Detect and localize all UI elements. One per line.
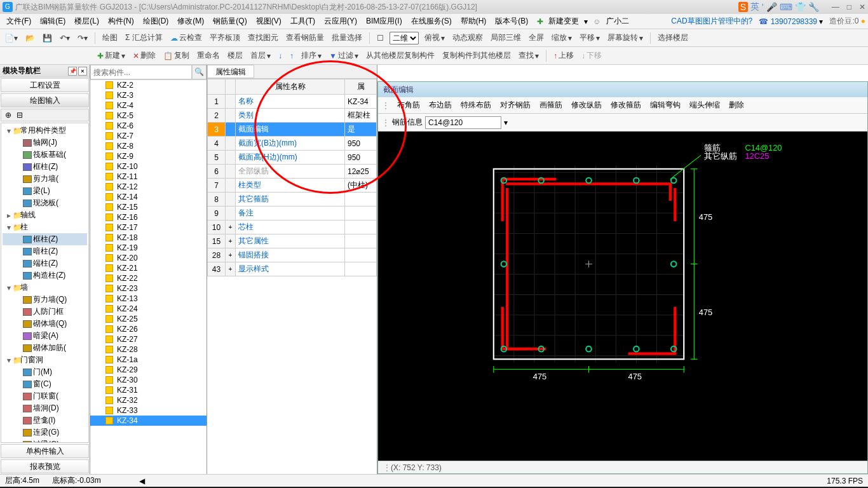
tree-node[interactable]: 轴网(J) [3, 137, 87, 149]
property-row[interactable]: 10+芯柱 [208, 220, 377, 234]
component-item[interactable]: KZ-9 [90, 151, 207, 161]
component-item[interactable]: KZ-1a [90, 355, 207, 365]
tb-top[interactable]: 俯视▾ [423, 32, 447, 44]
tb2-down[interactable]: ↓下移 [580, 50, 604, 62]
nav-single-button[interactable]: 单构件输入 [1, 444, 89, 458]
nav-preview-button[interactable]: 报表预览 [1, 459, 89, 473]
sectab-delete[interactable]: 删除 [728, 98, 745, 112]
tree-node[interactable]: 端柱(Z) [3, 257, 87, 269]
tb-flat[interactable]: 平齐板顶 [208, 32, 242, 44]
component-item[interactable]: KZ-27 [90, 334, 207, 344]
tb-zoom[interactable]: 缩放▾ [550, 32, 574, 44]
property-row[interactable]: 2类别框架柱 [208, 109, 377, 123]
rebar-info-dd[interactable]: ▾ [504, 118, 508, 127]
component-item[interactable]: KZ-23 [90, 283, 207, 294]
sectab-extend[interactable]: 端头伸缩 [688, 98, 721, 112]
property-row[interactable]: 9备注 [208, 207, 377, 220]
tree-node[interactable]: 门联窗( [3, 390, 87, 402]
property-row[interactable]: 1名称KZ-34 [208, 95, 377, 109]
tree-node[interactable]: 梁(L) [3, 185, 87, 197]
minimize-button[interactable]: — [832, 3, 839, 11]
component-item[interactable]: KZ-6 [90, 121, 207, 131]
search-button[interactable]: 🔍 [192, 65, 207, 79]
nav-tool2-icon[interactable]: ⊟ [17, 111, 23, 119]
tb-rot[interactable]: 屏幕旋转▾ [606, 32, 645, 44]
component-item[interactable]: KZ-20 [90, 253, 207, 263]
ime-mic-icon[interactable]: 🎤 [766, 2, 777, 12]
component-item[interactable]: KZ-13 [90, 294, 207, 304]
component-list[interactable]: KZ-2KZ-3KZ-4KZ-5KZ-6KZ-7KZ-8KZ-9KZ-10KZ-… [90, 80, 207, 474]
component-item[interactable]: KZ-17 [90, 222, 207, 233]
menu-tool[interactable]: 工具(T) [287, 15, 319, 28]
ime-kbd-icon[interactable]: ⌨ [780, 2, 792, 12]
menu-bim[interactable]: BIM应用(I) [362, 15, 406, 28]
tb-save[interactable]: 💾 [41, 33, 54, 43]
tree-node[interactable]: ▾📁墙 [3, 281, 87, 294]
tree-node[interactable]: 筏板基础( [3, 149, 87, 161]
tree-node[interactable]: 壁龛(I) [3, 414, 87, 426]
tb-open[interactable]: 📂 [24, 33, 37, 43]
property-row[interactable]: 7柱类型(中柱) [208, 179, 377, 193]
component-item[interactable]: KZ-28 [90, 344, 207, 355]
property-tab[interactable]: 属性编辑 [207, 65, 254, 78]
tree-node[interactable]: ▸📁轴线 [3, 209, 87, 221]
tb2-del[interactable]: ✕删除 [131, 50, 158, 62]
component-item[interactable]: KZ-11 [90, 172, 207, 182]
component-item[interactable]: KZ-25 [90, 314, 207, 324]
tree-node[interactable]: ▾📁门窗洞 [3, 354, 87, 366]
sectab-align[interactable]: 对齐钢筋 [499, 98, 532, 112]
component-item[interactable]: KZ-18 [90, 233, 207, 243]
component-item[interactable]: KZ-4 [90, 100, 207, 111]
component-item[interactable]: KZ-14 [90, 192, 207, 202]
sectab-special[interactable]: 特殊布筋 [459, 98, 492, 112]
menu-file[interactable]: 文件(F) [3, 15, 35, 28]
menu-user[interactable]: 广小二 [602, 15, 633, 28]
tb2-copy[interactable]: 📋复制 [161, 50, 191, 62]
maximize-button[interactable]: □ [847, 3, 851, 11]
tree-node[interactable]: 砌体加筋( [3, 342, 87, 354]
sectab-stirrup[interactable]: 画箍筋 [538, 98, 564, 112]
component-item[interactable]: KZ-16 [90, 212, 207, 222]
sectab-edge[interactable]: 布边筋 [428, 98, 453, 112]
component-item[interactable]: KZ-29 [90, 365, 207, 375]
menu-edit[interactable]: 编辑(E) [36, 15, 69, 28]
menu-view[interactable]: 视图(V) [252, 15, 285, 28]
menu-draw[interactable]: 绘图(D) [139, 15, 173, 28]
sectab-modlong[interactable]: 修改纵筋 [570, 98, 603, 112]
menu-modify[interactable]: 修改(M) [173, 15, 208, 28]
component-item[interactable]: KZ-22 [90, 273, 207, 283]
nav-close-button[interactable]: × [78, 67, 87, 76]
tb-dimbox[interactable]: ☐ [375, 33, 386, 43]
phone-label[interactable]: 13907298339 [771, 17, 817, 26]
tree-node[interactable]: 过梁(G) [3, 438, 87, 443]
tb-draw[interactable]: 绘图 [100, 32, 119, 44]
component-item[interactable]: KZ-10 [90, 161, 207, 172]
tb-full[interactable]: 全屏 [527, 32, 546, 44]
property-grid[interactable]: 属性名称属 1名称KZ-342类别框架柱3截面编辑是4截面宽(B边)(mm)95… [207, 79, 377, 474]
nav-pin-button[interactable]: 📌 [68, 67, 77, 76]
tb-redo[interactable]: ↷▾ [76, 33, 90, 43]
rebar-info-input[interactable] [425, 116, 501, 129]
tree-node[interactable]: 剪力墙(Q) [3, 294, 87, 306]
nav-project-button[interactable]: 工程设置 [1, 78, 89, 92]
tree-node[interactable]: ▾📁柱 [3, 221, 87, 233]
tree-node[interactable]: 框柱(Z) [3, 233, 87, 245]
nav-tree[interactable]: ▾📁常用构件类型轴网(J)筏板基础(框柱(Z)剪力墙(梁(L)现浇板(▸📁轴线▾… [1, 123, 89, 443]
cad-link[interactable]: CAD草图图片管理中的? [671, 16, 752, 27]
ime-tool-icon[interactable]: 🔧 [808, 2, 819, 12]
tree-node[interactable]: 构造柱(Z) [3, 269, 87, 281]
tb-viewrebar[interactable]: 查看钢筋量 [284, 32, 326, 44]
property-row[interactable]: 3截面编辑是 [208, 123, 377, 137]
tb2-filter[interactable]: ▼过滤▾ [327, 50, 360, 62]
tree-node[interactable]: 门(M) [3, 366, 87, 378]
ime-lang[interactable]: 英 [750, 1, 759, 13]
tree-node[interactable]: 连梁(G) [3, 426, 87, 438]
tree-node[interactable]: 墙洞(D) [3, 402, 87, 414]
tree-node[interactable]: 人防门框 [3, 306, 87, 318]
close-button[interactable]: ✕ [859, 3, 865, 11]
sectab-corner[interactable]: 布角筋 [396, 98, 421, 112]
tb-pan[interactable]: 平移▾ [578, 32, 602, 44]
sectab-modstir[interactable]: 修改箍筋 [609, 98, 642, 112]
property-row[interactable]: 15+其它属性 [208, 234, 377, 248]
tb-dim-select[interactable]: 二维 [390, 32, 419, 44]
